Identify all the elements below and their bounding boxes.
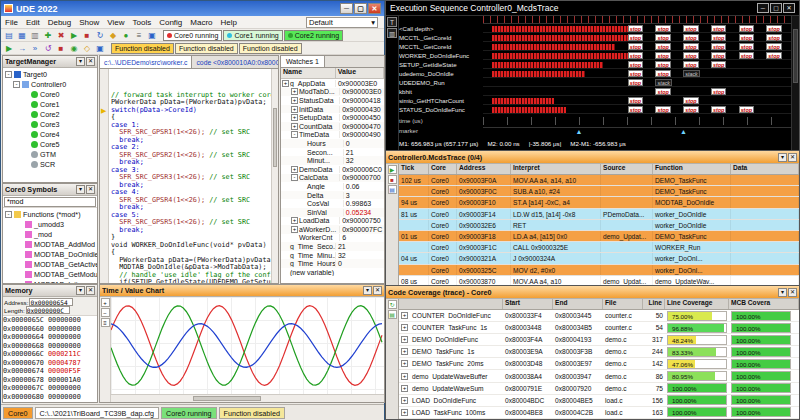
coverage-row[interactable]: DEMO_TaskFunc_20ms 0x80003D480x80003E97 … xyxy=(399,358,799,370)
trace-row[interactable]: STATUS_DoOnIdleFuncstopstopstopstopstop xyxy=(399,105,791,114)
editor-scrollbar[interactable] xyxy=(271,69,278,283)
close-button[interactable]: ✕ xyxy=(368,3,381,14)
trace-table-row[interactable]: 08 usCore0 0x90003870MOV.AA a4, a10 demo… xyxy=(399,276,799,285)
function-status-chip[interactable]: Function disabled xyxy=(111,43,174,54)
toolbar-icon[interactable]: ◆ xyxy=(107,30,119,41)
expand-icon[interactable]: + xyxy=(291,123,298,130)
watch-row[interactable]: Hours 0 xyxy=(281,139,384,148)
tree-item[interactable]: Core5 xyxy=(4,139,96,149)
stack-marker[interactable]: stack xyxy=(655,79,672,86)
tree-item[interactable]: GTM xyxy=(4,149,96,159)
target-manager-caption[interactable]: TargetManager ▾ ✕ xyxy=(3,56,97,68)
stop-marker[interactable]: stop xyxy=(628,70,643,77)
tree-item[interactable]: MODTAB_GetModuleByIdx... xyxy=(4,269,96,279)
stop-marker[interactable]: stop xyxy=(655,34,670,41)
maximize-button[interactable]: ▢ xyxy=(354,3,367,14)
stop-marker[interactable]: stop xyxy=(766,52,781,59)
expand-icon[interactable] xyxy=(401,336,408,343)
menu-item[interactable]: Config xyxy=(155,16,186,28)
watch-row[interactable]: +ModTabD... 0x900003E0 xyxy=(281,88,384,97)
toolbar-icon[interactable]: ▦ xyxy=(16,30,28,41)
stop-marker[interactable]: stop xyxy=(711,25,726,32)
watch-row[interactable]: +aWorkerD... 0x900007FC xyxy=(281,225,384,234)
stop-marker[interactable]: stop xyxy=(739,52,754,59)
toolbar-icon[interactable]: ■ xyxy=(55,43,67,54)
trace-table-row[interactable]: 81 usCore0 0x90003F14LD.W d15, [a14] -0x… xyxy=(399,209,799,220)
toolbar-icon[interactable]: ▣ xyxy=(94,43,106,54)
marker-track[interactable]: ▲▲ xyxy=(483,127,791,135)
stop-marker[interactable]: stop xyxy=(628,25,643,32)
tree-item[interactable]: -Functions (*mod*) xyxy=(4,209,96,219)
minimize-button[interactable]: ─ xyxy=(340,3,353,14)
column-core[interactable]: Core xyxy=(429,164,457,174)
stop-marker[interactable]: stop xyxy=(711,88,726,95)
trace-row[interactable]: SETUP_GetIdleStatestopstopstopstop xyxy=(399,60,791,69)
tree-item[interactable]: Core1 xyxy=(4,99,96,109)
column-mcb-coverage[interactable]: MCB Covera xyxy=(729,299,799,309)
watch-row[interactable]: Delta 3 xyxy=(281,191,384,200)
tree-item[interactable]: MODTAB_AddMod xyxy=(4,239,96,249)
column-function-name[interactable] xyxy=(399,299,503,309)
watch-row[interactable]: CosVal 0.99863 xyxy=(281,199,384,208)
toolbar-icon[interactable]: ◇ xyxy=(81,43,93,54)
editor-tab-source[interactable]: c:\..\UDEDemo\src\worker.c xyxy=(100,56,192,69)
stop-marker[interactable]: stop xyxy=(683,61,698,68)
menu-item[interactable]: File xyxy=(1,16,22,28)
watch-row[interactable]: +StatusData 0x90000418 xyxy=(281,96,384,105)
function-status-chip[interactable]: Function disabled xyxy=(239,43,302,54)
column-data[interactable]: Data xyxy=(731,164,799,174)
trace-table-row[interactable]: Core0 0x90003F0CSUB.A a10, #24 DEMO_Task… xyxy=(399,186,799,197)
menu-item[interactable]: Help xyxy=(217,16,241,28)
stop-marker[interactable]: stop xyxy=(711,34,726,41)
chart-caption[interactable]: Time / Value Chart ▾ ✕ xyxy=(100,285,384,297)
toolbar-icon[interactable]: ↺ xyxy=(42,43,54,54)
stop-marker[interactable]: stop xyxy=(683,52,698,59)
trace-row-track[interactable]: stopstop xyxy=(483,97,791,105)
close-icon[interactable]: ✕ xyxy=(86,185,95,194)
toolbar-icon[interactable]: ≡ xyxy=(133,30,145,41)
watch-row[interactable]: (new variable) xyxy=(281,268,384,277)
trace-row-track[interactable]: stopstack xyxy=(483,79,791,87)
stop-marker[interactable]: stop xyxy=(711,106,726,113)
status-segment[interactable]: Function disabled xyxy=(219,407,285,419)
expand-icon[interactable]: + xyxy=(291,106,298,113)
stop-marker[interactable]: stop xyxy=(655,43,670,50)
tree-item[interactable]: Core4 xyxy=(4,129,96,139)
expand-icon[interactable]: - xyxy=(5,211,12,218)
watch-row[interactable]: Minut... 32 xyxy=(281,156,384,165)
time-axis-track[interactable] xyxy=(483,117,791,125)
coverage-row[interactable]: COUNTER_TaskFunc_1s 0x800034480x800034B5… xyxy=(399,322,799,334)
menu-item[interactable]: Debug xyxy=(44,16,76,28)
tree-item[interactable]: Core3 xyxy=(4,119,96,129)
expand-icon[interactable] xyxy=(401,312,408,319)
watch-row[interactable]: +LoadData 0x90000750 xyxy=(281,217,384,226)
scrollbar-thumb[interactable] xyxy=(273,108,277,168)
code-area[interactable]: // forward task interrupt to worker core… xyxy=(109,69,271,283)
stop-marker[interactable]: stop xyxy=(655,106,670,113)
stop-marker[interactable]: stop xyxy=(628,34,643,41)
stop-marker[interactable]: stop xyxy=(683,106,698,113)
stop-marker[interactable]: stop xyxy=(628,52,643,59)
coverage-row[interactable]: DEMO_DoOnIdleFunc 0x80003F4A0x80004193 d… xyxy=(399,334,799,346)
stop-marker[interactable]: stop xyxy=(655,61,670,68)
trace-row[interactable]: <Call depth>stopstopstopstopstopstop xyxy=(399,24,791,33)
maximize-button[interactable]: ▢ xyxy=(770,3,782,13)
expand-icon[interactable] xyxy=(401,373,408,380)
pin-icon[interactable]: ▾ xyxy=(76,185,85,194)
pin-icon[interactable]: ▾ xyxy=(363,286,372,295)
expand-icon[interactable] xyxy=(401,360,408,367)
watch-row[interactable]: g_Time_Seco... 21 xyxy=(281,242,384,251)
toolbar-icon[interactable]: ◉ xyxy=(68,43,80,54)
column-start[interactable]: Start xyxy=(503,299,553,309)
core-status-chip[interactable]: Core2 running xyxy=(284,30,343,41)
toolbar-icon[interactable]: ✚ xyxy=(42,30,54,41)
trace-row[interactable]: MCCTL_GetCoreIdstopstopstopstopstopstop xyxy=(399,33,791,42)
stop-marker[interactable]: stop xyxy=(739,25,754,32)
pin-icon[interactable]: ▾ xyxy=(76,286,85,295)
cursor-marker[interactable]: ▲ xyxy=(680,128,687,136)
close-icon[interactable]: ✕ xyxy=(86,286,95,295)
watch-row[interactable]: WorkerCnt 6 xyxy=(281,234,384,243)
tree-item[interactable]: MODTAB_DoOnIdle xyxy=(4,249,96,259)
expand-icon[interactable] xyxy=(401,409,408,416)
close-icon[interactable]: ✕ xyxy=(373,286,382,295)
